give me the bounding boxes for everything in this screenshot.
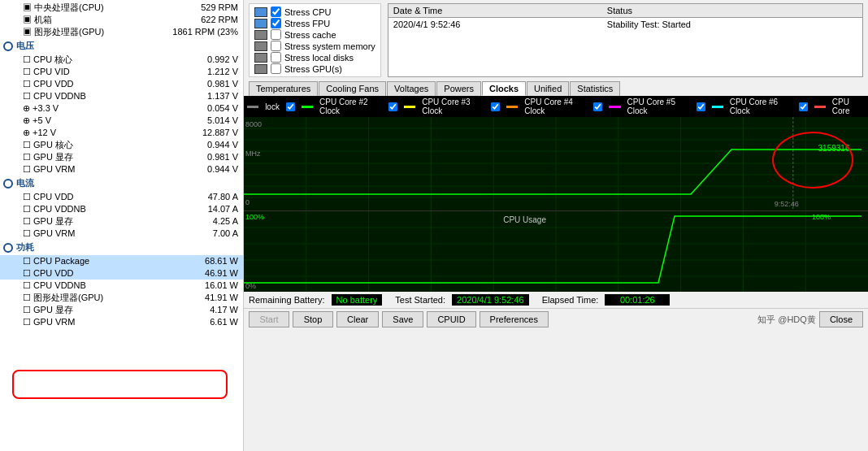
legend-core6-checkbox[interactable] [697, 102, 705, 111]
legend-core3-color [404, 106, 415, 108]
cache-stress-icon [254, 30, 267, 40]
left-panel: ▣ 中央处理器(CPU) 529 RPM ▣ 机箱 622 RPM ▣ 图形处理… [0, 0, 244, 451]
test-started-value: 2020/4/1 9:52:46 [452, 294, 529, 306]
legend-core7-color [814, 106, 826, 108]
remaining-battery-label: Remaining Battery: [249, 295, 325, 305]
tab-voltages[interactable]: Voltages [387, 81, 436, 96]
stress-gpu-item: Stress GPU(s) [254, 63, 375, 74]
legend-core6-label: CPU Core #6 Clock [730, 98, 792, 115]
voltage-cpu-vid: ☐ CPU VID1.212 V [0, 66, 243, 78]
stress-fpu-item: Stress FPU [254, 18, 375, 28]
legend-core2-label: CPU Core #2 Clock [319, 98, 382, 115]
save-button[interactable]: Save [382, 311, 423, 327]
legend-core6-color [712, 106, 723, 108]
current-cpu-vdd: ☐ CPU VDD47.80 A [0, 191, 243, 203]
legend-core4-checkbox[interactable] [491, 102, 500, 111]
stress-gpu-checkbox[interactable] [271, 63, 281, 74]
voltage-icon [3, 41, 13, 51]
stress-cpu-label: Stress CPU [284, 7, 331, 17]
legend-core3-checkbox[interactable] [388, 102, 397, 111]
svg-text:MHz: MHz [245, 150, 261, 158]
bottom-buttons-row: Start Stop Clear Save CPUID Preferences … [244, 308, 868, 331]
power-section-header: 功耗 [0, 240, 243, 255]
right-panel: Stress CPU Stress FPU Stress cache Stres… [244, 0, 868, 451]
voltage-gpu-vrm: ☐ GPU VRM0.944 V [0, 163, 243, 176]
svg-text:0%: 0% [245, 282, 256, 290]
elapsed-time-label: Elapsed Time: [542, 295, 599, 305]
tab-cooling-fans[interactable]: Cooling Fans [319, 81, 386, 96]
status-table: Date & Time Status 2020/4/1 9:52:46 Stab… [388, 3, 863, 77]
stress-cpu-item: Stress CPU [254, 7, 375, 17]
power-gpu-mem: ☐ GPU 显存4.17 W [0, 304, 243, 316]
stress-options: Stress CPU Stress FPU Stress cache Stres… [249, 3, 381, 77]
cpuid-button[interactable]: CPUID [427, 311, 475, 327]
svg-text:0: 0 [245, 198, 250, 206]
stress-fpu-label: Stress FPU [284, 19, 330, 28]
preferences-button[interactable]: Preferences [480, 311, 549, 327]
voltage-section-header: 电压 [0, 38, 243, 54]
stress-cache-checkbox[interactable] [271, 29, 281, 40]
legend-core2-color [302, 106, 313, 108]
voltage-cpu-vdd: ☐ CPU VDD0.981 V [0, 78, 243, 90]
tab-temperatures[interactable]: Temperatures [249, 81, 318, 96]
stop-button[interactable]: Stop [293, 311, 333, 327]
svg-text:CPU Usage: CPU Usage [503, 215, 546, 224]
voltage-3v3: ⊕ +3.3 V0.054 V [0, 102, 243, 115]
status-row: 2020/4/1 9:52:46 Stability Test: Started [388, 18, 862, 32]
stress-disk-label: Stress local disks [284, 53, 354, 63]
svg-text:100%: 100% [812, 213, 831, 221]
voltage-cpu-vddnb: ☐ CPU VDDNB1.137 V [0, 90, 243, 102]
status-header-datetime: Date & Time [388, 4, 602, 18]
stress-cpu-checkbox[interactable] [271, 7, 281, 17]
clear-button[interactable]: Clear [336, 311, 379, 327]
start-button[interactable]: Start [249, 311, 289, 327]
fan-cpu: ▣ 中央处理器(CPU) 529 RPM [0, 2, 243, 14]
close-button[interactable]: Close [819, 311, 863, 327]
svg-text:100%: 100% [245, 213, 264, 221]
tab-unified[interactable]: Unified [527, 81, 569, 96]
power-cpu-vddnb: ☐ CPU VDDNB16.01 W [0, 280, 243, 292]
svg-text:3159316: 3159316 [818, 144, 850, 153]
disk-stress-icon [254, 53, 267, 63]
svg-text:8000: 8000 [245, 120, 262, 128]
stress-disk-checkbox[interactable] [271, 52, 281, 63]
stress-cache-label: Stress cache [284, 30, 336, 40]
fpu-stress-icon [254, 19, 267, 28]
legend-core1-label: lock [265, 102, 280, 111]
legend-core2-checkbox[interactable] [286, 102, 295, 111]
current-cpu-vddnb: ☐ CPU VDDNB14.07 A [0, 203, 243, 215]
status-header-status: Status [602, 4, 862, 18]
stress-fpu-checkbox[interactable] [271, 18, 281, 28]
watermark-text: 知乎 @HDQ黄 [757, 314, 816, 326]
stress-memory-checkbox[interactable] [271, 41, 281, 51]
voltage-gpu-core: ☐ GPU 核心0.944 V [0, 139, 243, 151]
legend-core5-label: CPU Core #5 Clock [627, 98, 690, 115]
tab-powers[interactable]: Powers [436, 81, 481, 96]
current-gpu-mem: ☐ GPU 显存4.25 A [0, 215, 243, 228]
legend-core3-label: CPU Core #3 Clock [422, 98, 484, 115]
power-gpu-vrm: ☐ GPU VRM6.61 W [0, 316, 243, 328]
stress-area: Stress CPU Stress FPU Stress cache Stres… [244, 0, 868, 79]
stress-memory-item: Stress system memory [254, 41, 375, 51]
voltage-5v: ⊕ +5 V5.014 V [0, 115, 243, 127]
power-cpu-vdd: ☐ CPU VDD46.91 W [0, 267, 243, 280]
legend-core7-label: CPU Core [832, 98, 865, 115]
elapsed-time-value: 00:01:26 [605, 294, 670, 306]
memory-stress-icon [254, 41, 267, 51]
tab-statistics[interactable]: Statistics [570, 81, 620, 96]
gpu-stress-icon [254, 64, 267, 74]
legend-core4-label: CPU Core #4 Clock [524, 98, 587, 115]
legend-core5-color [609, 106, 620, 108]
cpu-stress-icon [254, 7, 267, 17]
test-started-label: Test Started: [395, 295, 445, 305]
remaining-battery-value: No battery [332, 294, 383, 306]
legend-core5-checkbox[interactable] [593, 102, 602, 111]
power-icon [3, 243, 13, 253]
current-icon [3, 179, 13, 189]
current-section-header: 电流 [0, 176, 243, 191]
clock-chart: 8000 MHz 0 3159316 9:52:46 [244, 117, 868, 210]
status-text: Stability Test: Started [602, 18, 862, 32]
power-cpu-package: ☐ CPU Package68.61 W [0, 255, 243, 267]
tab-clocks[interactable]: Clocks [482, 81, 526, 96]
legend-core7-checkbox[interactable] [799, 102, 808, 111]
